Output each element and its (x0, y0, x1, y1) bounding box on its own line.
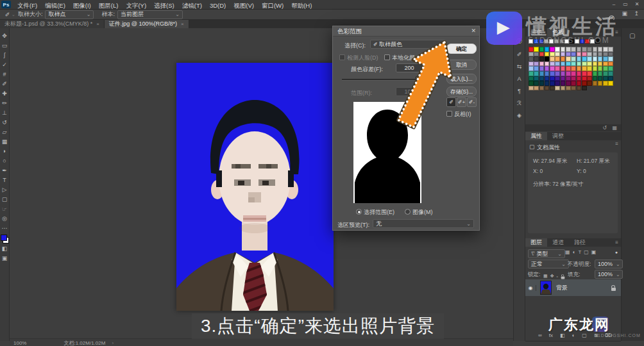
swatch[interactable] (587, 52, 592, 57)
swatch[interactable] (598, 62, 603, 67)
swatch[interactable] (571, 47, 576, 52)
tab-channels[interactable]: 通道 (547, 238, 569, 247)
layer-visibility-icon[interactable]: ◉ (525, 285, 536, 291)
swatch[interactable] (608, 56, 613, 62)
swatch[interactable] (571, 81, 576, 86)
swatch[interactable] (529, 71, 534, 76)
swatch[interactable] (598, 76, 603, 81)
menu-image[interactable]: 图像(I) (69, 2, 95, 9)
recent-swatch[interactable] (529, 39, 533, 44)
swatch[interactable] (550, 81, 555, 86)
swatch[interactable] (598, 71, 603, 76)
swatch[interactable] (566, 62, 571, 67)
swatch[interactable] (566, 81, 571, 86)
menu-edit[interactable]: 编辑(E) (41, 2, 69, 9)
swatch[interactable] (593, 56, 598, 62)
lock-position-icon[interactable]: ✥ (550, 274, 554, 279)
layer-thumbnail[interactable] (540, 281, 552, 295)
swatch[interactable] (582, 76, 587, 81)
clone-source-panel-icon[interactable]: ⇆ (517, 63, 522, 70)
swatch[interactable] (550, 66, 555, 71)
close-button[interactable]: ✕ (632, 0, 641, 8)
swatch[interactable] (587, 71, 592, 76)
layer-group-icon[interactable]: ▢ (582, 333, 587, 338)
swatch[interactable] (545, 56, 550, 62)
swatch[interactable] (555, 52, 560, 57)
swatch[interactable] (582, 52, 587, 57)
swatch[interactable] (603, 56, 608, 62)
swatch[interactable] (582, 47, 587, 52)
swatch[interactable] (545, 62, 550, 67)
zoom-level[interactable]: 100% (13, 340, 26, 346)
swatch[interactable] (534, 56, 539, 62)
new-layer-icon[interactable]: ⊞ (594, 333, 598, 338)
swatch[interactable] (593, 66, 598, 71)
swatch[interactable] (539, 86, 545, 91)
lock-transparency-icon[interactable]: ▦ (543, 274, 548, 279)
swatch[interactable] (561, 71, 566, 76)
recent-swatch[interactable] (544, 39, 548, 44)
tab-paths[interactable]: 路径 (569, 238, 591, 247)
swatch[interactable] (550, 62, 555, 67)
snapshot-icon[interactable]: ▦ (612, 125, 617, 131)
swatch[interactable] (545, 66, 550, 71)
paragraph-panel-icon[interactable]: ¶ (518, 88, 521, 94)
shape-tool[interactable]: ▢ (1, 194, 9, 204)
swatch[interactable] (539, 66, 545, 71)
swatch[interactable] (561, 62, 566, 67)
swatch[interactable] (603, 71, 608, 76)
document-tab-zhengjian[interactable]: 证件.jpg @ 100%(RGB/8*)× (105, 20, 189, 28)
swatch[interactable] (539, 71, 545, 76)
menu-view[interactable]: 视图(V) (230, 2, 258, 9)
tool-preset-caret-icon[interactable]: ⌄ (12, 12, 15, 17)
swatch[interactable] (608, 81, 613, 86)
brush-tool[interactable]: ✏ (1, 98, 9, 108)
swatch[interactable] (603, 76, 608, 81)
swatch[interactable] (534, 71, 539, 76)
swatch[interactable] (539, 56, 545, 62)
swatch[interactable] (545, 71, 550, 76)
swatch[interactable] (577, 76, 582, 81)
swatch[interactable] (561, 47, 566, 52)
menu-filter[interactable]: 滤镜(T) (178, 2, 206, 9)
filter-type-layers-icon[interactable]: T (578, 249, 581, 255)
zoom-tool[interactable]: ◎ (1, 213, 9, 223)
menu-select[interactable]: 选择(S) (150, 2, 178, 9)
swatch[interactable] (550, 56, 555, 62)
opacity-input[interactable]: 100%⌄ (595, 260, 623, 268)
layer-mask-icon[interactable]: ◧ (560, 333, 565, 338)
swatch[interactable] (603, 52, 608, 57)
blend-mode-select[interactable]: 正常⌄ (528, 260, 569, 268)
swatch[interactable] (561, 66, 566, 71)
swatch[interactable] (577, 62, 582, 67)
close-tab-icon[interactable]: × (181, 21, 184, 27)
swatch[interactable] (555, 86, 560, 91)
swatch[interactable] (577, 47, 582, 52)
color-swatches[interactable] (1, 235, 9, 243)
swatch[interactable] (593, 71, 598, 76)
subtract-eyedropper[interactable]: ✐- (467, 97, 477, 107)
swatch[interactable] (550, 76, 555, 81)
tab-properties[interactable]: 属性 (525, 132, 547, 140)
swatch[interactable] (550, 52, 555, 57)
swatch[interactable] (577, 56, 582, 62)
swatch[interactable] (566, 47, 571, 52)
swatch[interactable] (545, 81, 550, 86)
sample-size-select[interactable]: 取样点⌄ (45, 10, 94, 19)
layer-row-background[interactable]: ◉ 背景 (525, 279, 621, 296)
swatch[interactable] (593, 62, 598, 67)
swatch[interactable] (534, 86, 539, 91)
detect-faces-checkbox[interactable]: 检测人脸(D) (339, 54, 378, 62)
swatch[interactable] (603, 81, 608, 86)
dialog-title-bar[interactable]: 色彩范围 ✕ (333, 26, 479, 37)
swatch[interactable] (539, 52, 545, 57)
menu-type[interactable]: 文字(Y) (122, 2, 150, 9)
recent-swatch[interactable] (559, 39, 564, 44)
brush-settings-panel-icon[interactable]: ✐ (517, 51, 522, 58)
swatch[interactable] (608, 71, 613, 76)
type-tool[interactable]: T (1, 175, 9, 185)
path-select-tool[interactable]: ▷ (1, 185, 9, 194)
lock-pixels-icon[interactable]: ▫ (557, 274, 558, 279)
layer-styles-icon[interactable]: fx (549, 333, 553, 338)
recent-swatch[interactable] (539, 39, 543, 44)
